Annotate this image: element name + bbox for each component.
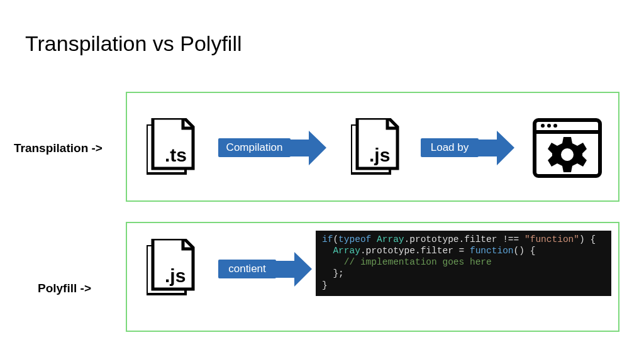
ts-file-icon: .ts	[143, 118, 201, 180]
slide-title: Transpilation vs Polyfill	[25, 31, 242, 56]
svg-marker-0	[290, 131, 326, 165]
js-ext-label: .js	[369, 145, 390, 166]
loadby-arrow-label: Load by	[421, 138, 479, 157]
polyfill-code-snippet: if(typeof Array.prototype.filter !== "fu…	[316, 231, 611, 296]
svg-marker-8	[275, 252, 312, 287]
contient-arrow-label: contient	[218, 260, 276, 278]
browser-settings-icon	[533, 118, 602, 180]
arrow-icon	[290, 131, 328, 165]
transpilation-panel: .ts Compilation .js Load by	[126, 92, 619, 202]
svg-point-5	[547, 124, 551, 128]
transpilation-label: Transpilation ->	[14, 141, 103, 155]
arrow-icon	[478, 131, 516, 165]
svg-point-6	[553, 124, 557, 128]
js-file-icon: .js	[143, 239, 201, 301]
arrow-icon	[275, 252, 313, 287]
polyfill-label: Polyfill ->	[38, 282, 91, 295]
js-ext-label-2: .js	[165, 265, 186, 287]
svg-marker-1	[478, 131, 514, 165]
svg-point-7	[561, 148, 574, 161]
js-file-icon: .js	[347, 118, 405, 180]
svg-point-4	[541, 124, 545, 128]
compilation-arrow-label: Compilation	[218, 138, 291, 157]
ts-ext-label: .ts	[165, 145, 187, 166]
polyfill-panel: .js contient if(typeof Array.prototype.f…	[126, 222, 619, 332]
